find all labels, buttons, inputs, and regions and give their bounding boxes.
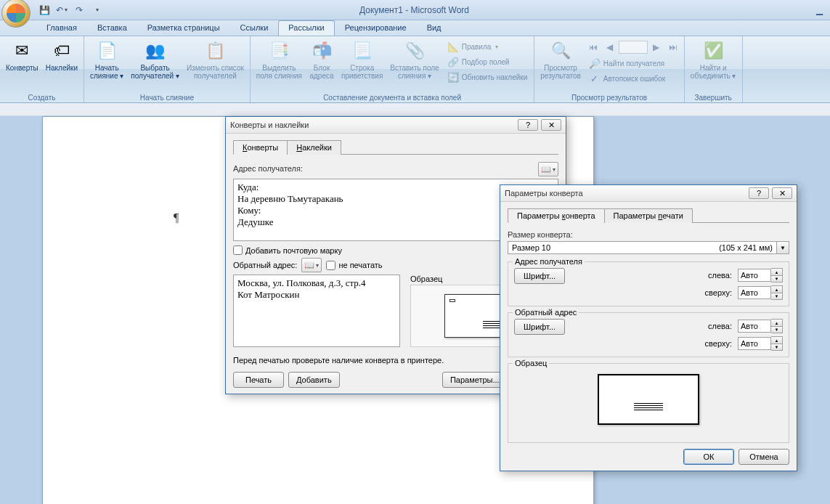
- no-print-label: не печатать: [338, 261, 382, 269]
- return-left-input[interactable]: [738, 320, 771, 333]
- select-recipients-button[interactable]: 👥 Выбратьполучателей ▾: [128, 38, 182, 81]
- find-icon: 🔎: [589, 57, 601, 69]
- people-icon: 👥: [144, 39, 167, 62]
- next-record-button: ▶: [648, 39, 664, 55]
- address-icon: 📬: [310, 39, 333, 62]
- return-address-label: Обратный адрес:: [233, 261, 297, 269]
- spin-down[interactable]: ▼: [771, 326, 782, 333]
- recipient-address-label: Адрес получателя:: [233, 164, 303, 173]
- return-font-button[interactable]: Шрифт...: [514, 319, 565, 335]
- tab-references[interactable]: Ссылки: [230, 20, 279, 36]
- add-postage-checkbox[interactable]: [233, 245, 243, 255]
- return-address-input[interactable]: [233, 275, 400, 347]
- window-title: Документ1 - Microsoft Word: [17, 5, 811, 15]
- group-compose: Составление документа и вставка полей: [253, 93, 531, 102]
- check-icon: ✓: [589, 73, 601, 84]
- spin-up[interactable]: ▲: [771, 286, 782, 293]
- spin-down[interactable]: ▼: [771, 293, 782, 299]
- cancel-button[interactable]: Отмена: [739, 449, 789, 465]
- return-address-book-button[interactable]: 📖▾: [301, 258, 322, 272]
- return-group-label: Обратный адрес: [513, 308, 579, 317]
- group-start-merge: Начать слияние: [87, 93, 247, 102]
- mailmerge-icon: 📄: [95, 39, 118, 62]
- tab-insert[interactable]: Вставка: [87, 20, 137, 36]
- recip-left-input[interactable]: [738, 269, 771, 282]
- sample-label: Образец: [410, 275, 442, 283]
- add-button[interactable]: Добавить: [288, 372, 340, 388]
- finish-icon: ✅: [701, 39, 725, 62]
- paragraph-mark: ¶: [174, 211, 179, 224]
- group-preview: Просмотр результатов: [537, 93, 681, 102]
- labels-button[interactable]: 🏷 Наклейки: [43, 38, 81, 73]
- recipient-group-label: Адрес получателя: [513, 257, 585, 266]
- tab-layout[interactable]: Разметка страницы: [137, 20, 230, 36]
- label-icon: 🏷: [50, 39, 73, 62]
- tab-print-params[interactable]: Параметры печати: [604, 208, 693, 223]
- group-create: Создать: [3, 93, 81, 102]
- spin-up[interactable]: ▲: [771, 269, 782, 275]
- prev-record-button: ◀: [602, 39, 618, 55]
- dialog-params-title: Параметры конверта: [505, 189, 749, 198]
- spin-down[interactable]: ▼: [771, 275, 782, 282]
- preview-icon: 🔍: [549, 39, 572, 62]
- ok-button[interactable]: ОК: [683, 449, 734, 465]
- add-postage-label: Добавить почтовую марку: [245, 246, 342, 255]
- recip-top-label: сверху:: [705, 288, 732, 297]
- minimize-button[interactable]: ▁: [811, 2, 827, 18]
- last-record-button: ⏭: [665, 39, 681, 55]
- tab-envelopes[interactable]: Конверты: [233, 140, 288, 155]
- highlight-fields-button: 📑 Выделитьполя слияния: [253, 38, 305, 81]
- envelope-icon: ✉: [10, 39, 33, 62]
- finish-merge-button: ✅ Найти иобъединить ▾: [688, 38, 739, 81]
- no-print-checkbox[interactable]: [326, 261, 335, 270]
- greeting-line-button: 📃 Строкаприветствия: [338, 38, 386, 81]
- insert-merge-field-button: 📎 Вставить полеслияния ▾: [387, 38, 442, 81]
- recip-top-input[interactable]: [738, 286, 771, 299]
- return-left-label: слева:: [705, 322, 732, 330]
- preview-results-button: 🔍 Просмотррезультатов: [537, 38, 584, 81]
- tab-env-params[interactable]: Параметры конверта: [508, 208, 605, 223]
- parameters-button[interactable]: Параметры...: [442, 372, 508, 388]
- params-sample-label: Образец: [513, 359, 549, 367]
- record-number-input: [619, 41, 648, 54]
- tab-view[interactable]: Вид: [417, 20, 452, 36]
- print-button[interactable]: Печать: [233, 372, 284, 388]
- envelopes-button[interactable]: ✉ Конверты: [3, 38, 41, 73]
- spin-up[interactable]: ▲: [771, 320, 782, 326]
- update-labels-button: 🔄Обновить наклейки: [444, 70, 532, 84]
- env-size-combo[interactable]: Размер 10(105 x 241 мм) ▼: [508, 241, 789, 254]
- spin-down[interactable]: ▼: [771, 344, 782, 350]
- edit-list-icon: 📋: [203, 39, 227, 62]
- tab-labels[interactable]: Наклейки: [287, 140, 341, 155]
- match-icon: 🔗: [447, 56, 459, 68]
- edit-recipient-list-button: 📋 Изменить списокполучателей: [184, 38, 247, 81]
- spin-up[interactable]: ▲: [771, 337, 782, 344]
- group-finish: Завершить: [688, 93, 739, 102]
- find-recipient-button: 🔎Найти получателя: [585, 56, 681, 70]
- tab-mailings[interactable]: Рассылки: [278, 20, 334, 36]
- params-help-button[interactable]: ?: [749, 187, 769, 199]
- return-top-label: сверху:: [705, 339, 732, 348]
- address-book-button[interactable]: 📖▾: [538, 162, 558, 176]
- rules-icon: 📐: [447, 41, 459, 52]
- tab-home[interactable]: Главная: [36, 20, 87, 36]
- dialog-envelopes-title: Конверты и наклейки: [230, 121, 518, 129]
- return-top-input[interactable]: [738, 337, 771, 350]
- first-record-button: ⏮: [585, 39, 601, 55]
- tab-review[interactable]: Рецензирование: [335, 20, 417, 36]
- recip-left-label: слева:: [705, 271, 732, 280]
- auto-check-button: ✓Автопоиск ошибок: [585, 71, 681, 86]
- dialog-help-button[interactable]: ?: [518, 119, 538, 131]
- greeting-icon: 📃: [351, 39, 374, 62]
- recipient-font-button[interactable]: Шрифт...: [514, 268, 565, 284]
- params-close-button[interactable]: ✕: [772, 187, 792, 199]
- highlight-icon: 📑: [267, 39, 290, 62]
- start-merge-button[interactable]: 📄 Начатьслияние ▾: [87, 38, 126, 81]
- match-fields-button: 🔗Подбор полей: [444, 54, 532, 69]
- dialog-close-button[interactable]: ✕: [541, 119, 561, 131]
- params-envelope-preview: [598, 374, 699, 425]
- insert-field-icon: 📎: [403, 39, 426, 62]
- env-size-label: Размер конверта:: [508, 230, 789, 239]
- address-block-button: 📬 Блокадреса: [306, 38, 337, 81]
- chevron-down-icon[interactable]: ▼: [777, 241, 789, 254]
